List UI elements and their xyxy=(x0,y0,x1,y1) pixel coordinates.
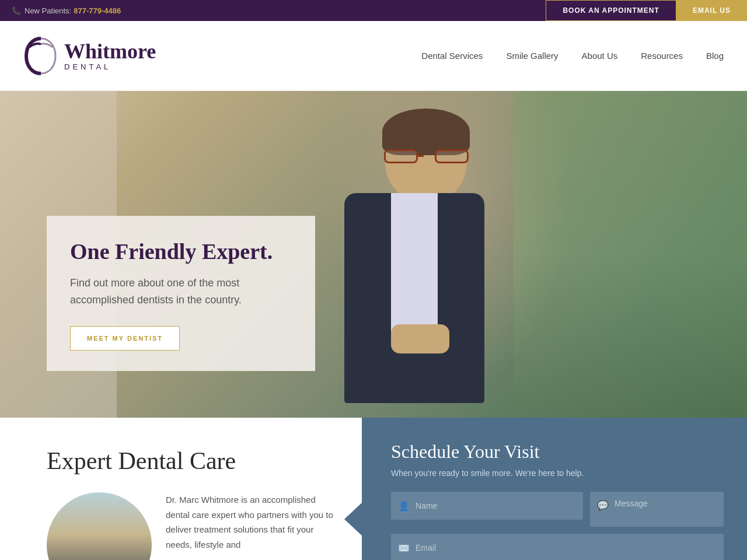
phone-icon: 📞 xyxy=(12,6,21,15)
expert-heading: Expert Dental Care xyxy=(47,447,338,475)
nav-about-us[interactable]: About Us xyxy=(582,51,618,61)
book-appointment-button[interactable]: BOOK AN APPOINTMENT xyxy=(546,0,676,21)
doctor-info: Dr. Marc Whitmore is an accomplished den… xyxy=(47,492,338,560)
message-icon: 💬 xyxy=(597,500,609,511)
name-input[interactable] xyxy=(416,501,576,510)
message-input-wrap: 💬 xyxy=(590,492,724,527)
phone-label: New Patients: xyxy=(25,6,71,15)
email-input-wrap: ✉️ xyxy=(391,534,724,560)
nav-links: Dental Services Smile Gallery About Us R… xyxy=(421,51,724,61)
hero-heading: One Friendly Expert. xyxy=(70,239,292,265)
figure-hair xyxy=(382,108,470,155)
schedule-heading: Schedule Your Visit xyxy=(391,441,724,463)
top-bar: 📞 New Patients: 877-779-4486 BOOK AN APP… xyxy=(0,0,747,21)
figure-shirt xyxy=(391,193,438,339)
hero-section: One Friendly Expert. Find out more about… xyxy=(0,91,747,418)
email-icon: ✉️ xyxy=(398,542,410,554)
figure-glasses xyxy=(384,149,469,166)
hero-cta-button[interactable]: MEET MY DENTIST xyxy=(70,326,180,351)
nav-bar: Whitmore DENTAL Dental Services Smile Ga… xyxy=(0,21,747,91)
form-name-row: 👤 💬 xyxy=(391,492,724,527)
nav-dental-services[interactable]: Dental Services xyxy=(421,51,483,61)
person-icon: 👤 xyxy=(398,501,410,512)
hero-card: One Friendly Expert. Find out more about… xyxy=(47,216,315,371)
figure-hands xyxy=(391,324,449,354)
logo-subname: DENTAL xyxy=(64,63,156,71)
doctor-figure xyxy=(315,103,537,412)
doctor-bio: Dr. Marc Whitmore is an accomplished den… xyxy=(166,492,338,552)
doctor-avatar xyxy=(47,492,152,560)
logo-icon xyxy=(23,36,58,76)
email-us-button[interactable]: EMAIL US xyxy=(676,0,747,21)
nav-resources[interactable]: Resources xyxy=(641,51,683,61)
logo-text: Whitmore DENTAL xyxy=(64,40,156,72)
phone-info: 📞 New Patients: 877-779-4486 xyxy=(0,6,121,15)
expert-section: Expert Dental Care Dr. Marc Whitmore is … xyxy=(0,418,362,560)
nav-blog[interactable]: Blog xyxy=(706,51,724,61)
schedule-panel: Schedule Your Visit When you're ready to… xyxy=(362,418,747,560)
logo-name: Whitmore xyxy=(64,40,156,64)
logo[interactable]: Whitmore DENTAL xyxy=(23,36,156,76)
message-input[interactable] xyxy=(615,499,717,508)
nav-smile-gallery[interactable]: Smile Gallery xyxy=(506,51,558,61)
lower-section: Expert Dental Care Dr. Marc Whitmore is … xyxy=(0,418,747,560)
phone-number: 877-779-4486 xyxy=(74,6,121,15)
email-input[interactable] xyxy=(416,543,717,552)
hero-person-image xyxy=(286,91,578,418)
avatar-bg xyxy=(47,492,152,560)
name-input-wrap: 👤 xyxy=(391,492,583,520)
email-row: ✉️ xyxy=(391,534,724,560)
hero-subtext: Find out more about one of the most acco… xyxy=(70,275,292,309)
schedule-subtext: When you're ready to smile more. We're h… xyxy=(391,468,724,478)
top-bar-actions: BOOK AN APPOINTMENT EMAIL US xyxy=(546,0,747,21)
